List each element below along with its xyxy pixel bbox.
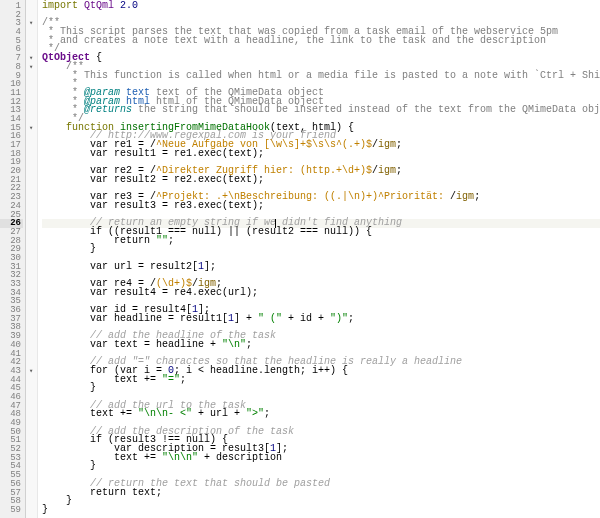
code-token: * This function is called when html or a…: [42, 70, 600, 81]
code-token: var text = headline +: [42, 339, 222, 350]
code-token: "=": [162, 374, 180, 385]
code-line[interactable]: QtObject {: [42, 54, 600, 63]
code-line[interactable]: text += "\n\n- <" + url + ">";: [42, 410, 600, 419]
fold-toggle-icon[interactable]: ▾: [27, 367, 35, 375]
code-token: "": [156, 235, 168, 246]
code-token: }: [42, 504, 48, 515]
code-token: ;: [474, 191, 480, 202]
code-line[interactable]: return "";: [42, 237, 600, 246]
code-token: * and creates a note text with a headlin…: [42, 35, 546, 46]
code-token: }: [42, 460, 96, 471]
code-token: ;: [246, 339, 252, 350]
code-token: var result3 = re3.exec(text);: [42, 200, 264, 211]
code-token: ;: [168, 235, 174, 246]
code-line[interactable]: var result4 = re4.exec(url);: [42, 289, 600, 298]
code-line[interactable]: var url = result2[1];: [42, 263, 600, 272]
code-line[interactable]: text += "=";: [42, 376, 600, 385]
code-token: var result2 = re2.exec(text);: [42, 174, 264, 185]
code-token: "\n\n": [162, 452, 198, 463]
code-token: the string that should be inserted inste…: [132, 104, 600, 115]
code-line[interactable]: var headline = result1[1] + " (" + id + …: [42, 315, 600, 324]
code-line[interactable]: var result3 = re3.exec(text);: [42, 202, 600, 211]
code-token: " (": [258, 313, 282, 324]
code-line[interactable]: [42, 11, 600, 20]
code-line[interactable]: text += "\n\n" + description: [42, 454, 600, 463]
code-token: ; i < headline.length; i++) {: [174, 365, 348, 376]
code-token: igm: [378, 165, 396, 176]
code-line[interactable]: }: [42, 384, 600, 393]
code-token: "\n": [222, 339, 246, 350]
code-token: QtQml: [84, 0, 120, 11]
code-token: var result4 = re4.exec(url);: [42, 287, 258, 298]
code-line[interactable]: * This function is called when html or a…: [42, 72, 600, 81]
code-token: ] +: [234, 313, 258, 324]
code-line[interactable]: */: [42, 45, 600, 54]
code-token: var result1 = re1.exec(text);: [42, 148, 264, 159]
code-line[interactable]: }: [42, 497, 600, 506]
line-number: 59: [0, 506, 23, 515]
code-editor[interactable]: import QtQml 2.0 /** * This script parse…: [38, 0, 600, 518]
code-token: ;: [348, 313, 354, 324]
code-line[interactable]: }: [42, 462, 600, 471]
code-token: var url = result2[: [42, 261, 198, 272]
code-token: }: [42, 382, 96, 393]
code-token: igm: [456, 191, 474, 202]
code-line[interactable]: * and creates a note text with a headlin…: [42, 37, 600, 46]
code-line[interactable]: var result1 = re1.exec(text);: [42, 150, 600, 159]
code-line[interactable]: var text = headline + "\n";: [42, 341, 600, 350]
fold-toggle-icon[interactable]: ▾: [27, 54, 35, 62]
code-line[interactable]: }: [42, 506, 600, 515]
code-token: {: [90, 52, 102, 63]
code-token: ;: [180, 374, 186, 385]
code-line[interactable]: return text;: [42, 489, 600, 498]
code-token: + url +: [192, 408, 246, 419]
code-token: var headline = result1[: [42, 313, 228, 324]
code-token: ];: [204, 261, 216, 272]
code-line[interactable]: import QtQml 2.0: [42, 2, 600, 11]
code-token: ;: [396, 139, 402, 150]
code-token: 2.0: [120, 0, 138, 11]
code-token: + id +: [282, 313, 330, 324]
code-token: }: [42, 243, 96, 254]
code-token: @returns: [84, 104, 132, 115]
code-token: ">": [246, 408, 264, 419]
code-line[interactable]: }: [42, 245, 600, 254]
fold-column: ▾▾▾▾▾: [26, 0, 38, 518]
fold-toggle-icon[interactable]: ▾: [27, 63, 35, 71]
fold-toggle-icon[interactable]: ▾: [27, 19, 35, 27]
code-token: ;: [396, 165, 402, 176]
code-token: "\n\n- <": [138, 408, 192, 419]
code-token: import: [42, 0, 84, 11]
fold-toggle-icon[interactable]: ▾: [27, 124, 35, 132]
code-line[interactable]: * @returns the string that should be ins…: [42, 106, 600, 115]
code-token: igm: [378, 139, 396, 150]
code-token: text +=: [42, 408, 138, 419]
code-token: ")": [330, 313, 348, 324]
code-line[interactable]: var result2 = re2.exec(text);: [42, 176, 600, 185]
code-token: ;: [264, 408, 270, 419]
line-number-gutter: 1234567891011121314151617181920212223242…: [0, 0, 26, 518]
code-token: + description: [198, 452, 282, 463]
